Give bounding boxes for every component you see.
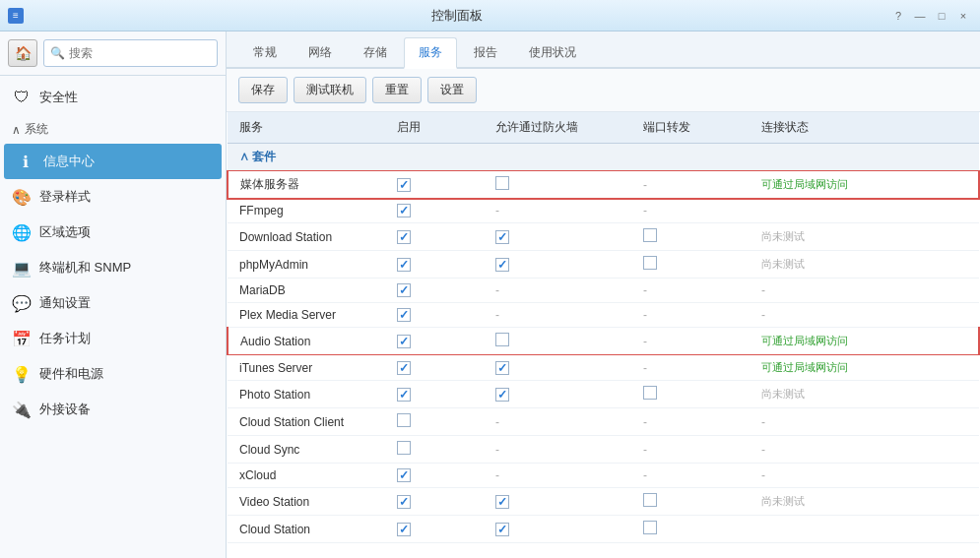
- status-cell: [750, 516, 979, 543]
- status-cell: 尚未测试: [750, 488, 979, 516]
- table-row: xCloud - - -: [228, 464, 979, 488]
- enable-checkbox[interactable]: [397, 495, 411, 509]
- status-cell: -: [750, 464, 979, 488]
- firewall-checkbox[interactable]: [495, 495, 509, 509]
- sidebar-label-task: 任务计划: [39, 330, 91, 347]
- reset-button[interactable]: 重置: [372, 77, 422, 103]
- sidebar-item-hardware-power[interactable]: 💡 硬件和电源: [0, 356, 226, 392]
- enable-cell: [385, 279, 484, 303]
- service-name: Download Station: [228, 223, 385, 251]
- enable-cell: [385, 464, 484, 488]
- tab-storage[interactable]: 存储: [349, 37, 402, 67]
- sidebar-item-region[interactable]: 🌐 区域选项: [0, 215, 226, 250]
- service-name: MariaDB: [228, 279, 385, 303]
- firewall-checkbox[interactable]: [495, 176, 509, 190]
- settings-button[interactable]: 设置: [427, 77, 477, 103]
- firewall-cell: -: [484, 303, 631, 328]
- firewall-checkbox[interactable]: [495, 230, 509, 244]
- enable-checkbox[interactable]: [397, 178, 411, 192]
- firewall-checkbox[interactable]: [495, 258, 509, 272]
- sidebar-top: 🏠 🔍: [0, 31, 226, 76]
- port-cell: -: [631, 328, 750, 355]
- sidebar-item-login-style[interactable]: 🎨 登录样式: [0, 179, 226, 215]
- table-row: Cloud Station: [228, 516, 979, 543]
- table-row: FFmpeg - -: [228, 199, 979, 223]
- table-row: iTunes Server - 可通过局域网访问: [228, 355, 979, 381]
- sidebar-label-region: 区域选项: [39, 223, 91, 241]
- tab-general[interactable]: 常规: [238, 37, 292, 67]
- enable-checkbox[interactable]: [397, 258, 411, 272]
- minimize-button[interactable]: —: [911, 7, 929, 25]
- col-header-enable: 启用: [385, 112, 484, 144]
- firewall-cell: [484, 328, 631, 355]
- sidebar-label-hardware: 硬件和电源: [39, 365, 103, 383]
- info-icon: ℹ: [16, 152, 35, 171]
- table-row: phpMyAdmin 尚未测试: [228, 251, 979, 279]
- firewall-checkbox[interactable]: [495, 361, 509, 375]
- enable-checkbox[interactable]: [397, 308, 411, 322]
- maximize-button[interactable]: □: [933, 7, 950, 25]
- firewall-checkbox[interactable]: [495, 333, 509, 346]
- table-row: MariaDB - - -: [228, 279, 979, 303]
- enable-cell: [385, 303, 484, 328]
- table-row: Audio Station - 可通过局域网访问: [228, 328, 979, 355]
- firewall-checkbox[interactable]: [495, 523, 509, 536]
- col-header-firewall: 允许通过防火墙: [484, 112, 631, 144]
- firewall-cell: -: [484, 436, 631, 464]
- firewall-cell: -: [484, 279, 631, 303]
- status-cell: -: [750, 279, 979, 303]
- port-cell: -: [631, 464, 750, 488]
- sidebar-item-terminal-snmp[interactable]: 💻 终端机和 SNMP: [0, 250, 226, 285]
- port-cell: [631, 381, 750, 408]
- services-table-container: 服务 启用 允许通过防火墙 端口转发 连接状态 ∧ 套件: [227, 112, 980, 558]
- enable-checkbox[interactable]: [397, 523, 411, 536]
- section-header-packages: ∧ 套件: [228, 144, 979, 171]
- status-cell: -: [750, 436, 979, 464]
- enable-checkbox[interactable]: [397, 204, 411, 217]
- sidebar-item-task-scheduler[interactable]: 📅 任务计划: [0, 321, 226, 356]
- port-checkbox[interactable]: [643, 521, 657, 534]
- enable-checkbox[interactable]: [397, 441, 411, 455]
- calendar-icon: 📅: [12, 329, 32, 348]
- save-button[interactable]: 保存: [238, 77, 288, 103]
- col-header-port: 端口转发: [631, 112, 750, 144]
- port-checkbox[interactable]: [643, 386, 657, 400]
- firewall-cell: [484, 381, 631, 408]
- enable-checkbox[interactable]: [397, 361, 411, 375]
- sidebar-item-info-center[interactable]: ℹ 信息中心: [4, 144, 222, 179]
- firewall-checkbox[interactable]: [495, 388, 509, 402]
- tab-network[interactable]: 网络: [294, 37, 347, 67]
- port-cell: -: [631, 279, 750, 303]
- port-checkbox[interactable]: [643, 493, 657, 507]
- search-input[interactable]: [69, 46, 211, 60]
- sidebar-item-notification[interactable]: 💬 通知设置: [0, 285, 226, 321]
- sidebar-item-security[interactable]: 🛡 安全性: [0, 80, 226, 115]
- status-cell: 尚未测试: [750, 381, 979, 408]
- test-button[interactable]: 测试联机: [294, 77, 366, 103]
- home-button[interactable]: 🏠: [8, 39, 37, 67]
- port-checkbox[interactable]: [643, 228, 657, 242]
- close-button[interactable]: ×: [954, 7, 972, 25]
- help-button[interactable]: ?: [889, 7, 907, 25]
- tab-usage[interactable]: 使用状况: [514, 37, 591, 67]
- service-name: xCloud: [228, 464, 385, 488]
- enable-checkbox[interactable]: [397, 283, 411, 297]
- search-icon: 🔍: [50, 46, 65, 60]
- firewall-cell: -: [484, 464, 631, 488]
- tab-report[interactable]: 报告: [459, 37, 512, 67]
- enable-checkbox[interactable]: [397, 388, 411, 402]
- enable-checkbox[interactable]: [397, 413, 411, 427]
- table-row: Plex Media Server - - -: [228, 303, 979, 328]
- enable-checkbox[interactable]: [397, 335, 411, 348]
- enable-checkbox[interactable]: [397, 230, 411, 244]
- sidebar-label-terminal: 终端机和 SNMP: [39, 259, 131, 277]
- title-bar-left: ≡: [8, 8, 24, 24]
- port-cell: -: [631, 303, 750, 328]
- port-checkbox[interactable]: [643, 256, 657, 270]
- sidebar-item-external-devices[interactable]: 🔌 外接设备: [0, 392, 226, 427]
- enable-cell: [385, 251, 484, 279]
- table-row: Photo Station 尚未测试: [228, 381, 979, 408]
- tab-bar: 常规 网络 存储 服务 报告 使用状况: [227, 31, 980, 69]
- tab-services[interactable]: 服务: [404, 37, 457, 69]
- enable-checkbox[interactable]: [397, 468, 411, 482]
